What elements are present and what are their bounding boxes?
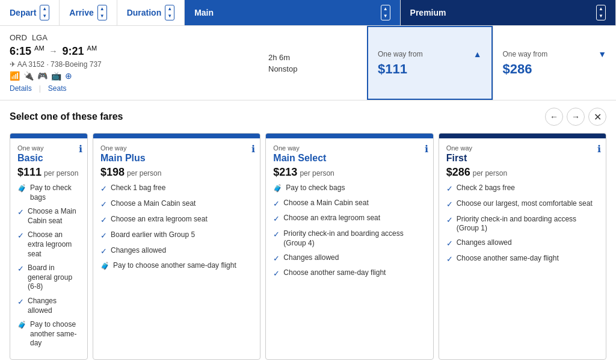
check-icon: ✓	[446, 200, 453, 210]
card-per: per person	[300, 169, 334, 177]
stop-value: Nonstop	[268, 64, 357, 73]
fare-card-main-select[interactable]: One wayℹMain Select$213per person🧳Pay to…	[265, 133, 433, 360]
check-icon: ✓	[446, 254, 453, 265]
duration-arrows[interactable]: ▲ ▼	[165, 5, 174, 20]
feature-text: Changes allowed	[457, 238, 512, 248]
card-title: Basic	[17, 153, 80, 164]
depart-arrows[interactable]: ▲ ▼	[40, 5, 49, 20]
duration-up-arrow[interactable]: ▲	[165, 5, 174, 13]
check-icon: ✓	[446, 239, 453, 249]
feature-item: ✓Changes allowed	[17, 297, 80, 315]
card-top-bar	[439, 134, 606, 138]
fare-card-basic[interactable]: One wayℹBasic$111per person🧳Pay to check…	[10, 133, 88, 360]
feature-item: ✓Choose a Main Cabin seat	[17, 207, 80, 226]
feature-text: Choose a Main Cabin seat	[28, 207, 80, 226]
next-button[interactable]: →	[567, 108, 585, 126]
card-price-row: $198per person	[100, 166, 253, 179]
amenities: 📶 🔌 🎮 📺 ⊕	[10, 71, 249, 81]
main-up-arrow[interactable]: ▲	[381, 5, 390, 13]
card-top-bar	[10, 134, 87, 138]
fare-cards: One wayℹBasic$111per person🧳Pay to check…	[10, 133, 606, 360]
check-icon: ✓	[100, 215, 107, 226]
check-icon: ✓	[100, 200, 107, 210]
premium-down-arrow[interactable]: ▼	[597, 13, 605, 20]
duration-value: 2h 6m	[268, 53, 357, 62]
feature-text: Pay to choose another same-day	[30, 320, 80, 348]
power-icon: 🔌	[23, 71, 34, 81]
fares-section: Select one of these fares ← → ✕ One wayℹ…	[0, 100, 616, 364]
feature-text: Board in general group (6-8)	[28, 264, 80, 292]
feature-list: ✓Check 1 bag free✓Choose a Main Cabin se…	[100, 184, 253, 271]
card-one-way: One way	[446, 144, 599, 152]
feature-text: Choose our largest, most comfortable sea…	[457, 199, 593, 209]
seats-link[interactable]: Seats	[48, 84, 67, 93]
arrive-up-arrow[interactable]: ▲	[98, 5, 106, 13]
arrive-sort[interactable]: Arrive ▲ ▼	[60, 0, 117, 25]
card-top-bar	[266, 134, 433, 138]
card-price-row: $286per person	[446, 166, 599, 179]
depart-label: Depart	[10, 8, 36, 17]
flight-number: ✈ AA 3152 · 738-Boeing 737	[10, 60, 249, 69]
arrive-time: 9:21 AM	[63, 45, 97, 58]
feature-item: ✓Choose an extra legroom seat	[273, 214, 425, 224]
arrive-down-arrow[interactable]: ▼	[98, 13, 106, 20]
fare-premium-header: One way from ▼	[503, 49, 607, 59]
fare-premium-col[interactable]: One way from ▼ $286	[493, 26, 617, 100]
feature-item: ✓Choose an extra legroom seat	[17, 230, 80, 259]
main-tab-label: Main	[194, 8, 214, 17]
fare-card-first[interactable]: One wayℹFirst$286per person✓Check 2 bags…	[439, 133, 606, 360]
card-price: $111	[17, 166, 42, 179]
extra-icon: ⊕	[65, 71, 72, 81]
feature-text: Pay to check bags	[286, 184, 345, 193]
fare-card-main-plus[interactable]: One wayℹMain Plus$198per person✓Check 1 …	[93, 133, 260, 360]
feature-text: Priority check-in and boarding access (G…	[457, 215, 599, 233]
main-arrows[interactable]: ▲ ▼	[381, 5, 390, 20]
card-price-row: $213per person	[273, 166, 425, 179]
card-per: per person	[473, 169, 507, 177]
close-button[interactable]: ✕	[588, 108, 606, 126]
check-icon: ✓	[273, 214, 280, 224]
info-icon[interactable]: ℹ	[597, 143, 601, 155]
main-down-arrow[interactable]: ▼	[381, 13, 390, 20]
info-icon[interactable]: ℹ	[251, 143, 255, 155]
details-link[interactable]: Details	[10, 84, 32, 93]
card-price-row: $111per person	[17, 166, 80, 179]
fare-main-header: One way from ▲	[378, 49, 482, 59]
feature-text: Pay to check bags	[30, 184, 80, 202]
check-icon: ✓	[273, 230, 280, 240]
card-title: Main Select	[273, 153, 425, 164]
bag-icon: 🧳	[273, 184, 282, 194]
check-icon: ✓	[100, 247, 107, 257]
prev-button[interactable]: ←	[545, 108, 563, 126]
arrow-icon: →	[49, 46, 58, 56]
premium-tab-label: Premium	[410, 8, 446, 17]
depart-up-arrow[interactable]: ▲	[40, 5, 49, 13]
feature-item: 🧳Pay to check bags	[273, 184, 425, 194]
feature-item: ✓Choose a Main Cabin seat	[100, 199, 253, 210]
feature-item: 🧳Pay to check bags	[17, 184, 80, 202]
fare-premium-chevron: ▼	[598, 49, 606, 59]
feature-list: 🧳Pay to check bags✓Choose a Main Cabin s…	[17, 184, 80, 348]
duration-down-arrow[interactable]: ▼	[165, 13, 174, 20]
feature-text: Pay to choose another same-day flight	[113, 261, 236, 271]
feature-item: 🧳Pay to choose another same-day	[17, 320, 80, 348]
feature-item: ✓Board earlier with Group 5	[100, 230, 253, 241]
fares-title: Select one of these fares	[10, 111, 123, 122]
duration-sort[interactable]: Duration ▲ ▼	[117, 0, 185, 25]
fares-nav: ← → ✕	[545, 108, 606, 126]
feature-text: Priority check-in and boarding access (G…	[283, 229, 425, 248]
entertainment-icon: 🎮	[37, 71, 48, 81]
premium-arrows[interactable]: ▲ ▼	[596, 5, 606, 20]
depart-sort[interactable]: Depart ▲ ▼	[0, 0, 60, 25]
premium-up-arrow[interactable]: ▲	[597, 5, 605, 13]
check-icon: ✓	[273, 254, 280, 264]
info-icon[interactable]: ℹ	[79, 143, 82, 155]
depart-down-arrow[interactable]: ▼	[40, 13, 49, 20]
main-tab[interactable]: Main ▲ ▼	[185, 0, 400, 25]
card-per: per person	[44, 169, 78, 177]
info-icon[interactable]: ℹ	[425, 143, 428, 155]
feature-item: ✓Priority check-in and boarding access (…	[273, 229, 425, 248]
premium-tab[interactable]: Premium ▲ ▼	[401, 0, 616, 25]
arrive-arrows[interactable]: ▲ ▼	[97, 5, 107, 20]
fare-main-col[interactable]: One way from ▲ $111	[367, 26, 493, 100]
